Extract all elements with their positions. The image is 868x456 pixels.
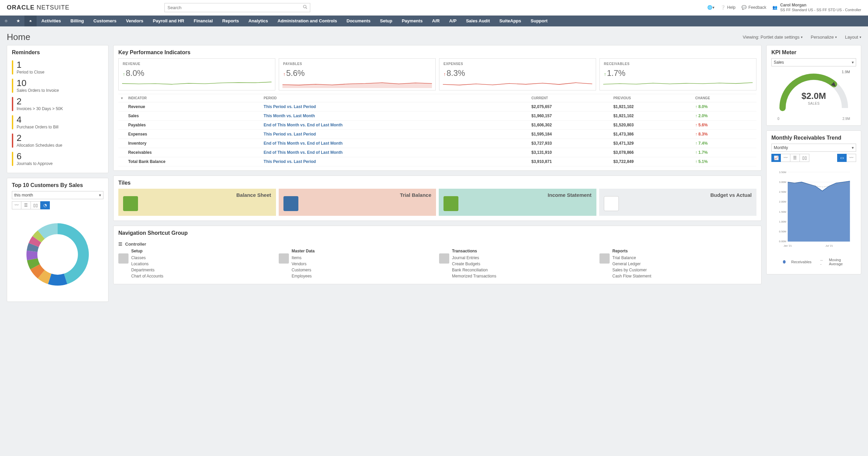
legend-receivables: Receivables [791,260,811,264]
reminder-item[interactable]: 2Allocation Schedules due [12,131,103,150]
globe-icon[interactable]: 🌐▾ [707,5,714,10]
nav-vendors[interactable]: Vendors [121,16,148,26]
shortcut-link[interactable]: General Ledger [612,261,651,267]
shortcut-link[interactable]: Chart of Accounts [131,273,163,279]
reminder-item[interactable]: 6Journals to Approve [12,150,103,168]
feedback-link[interactable]: 💬 Feedback [742,5,766,10]
gauge-label: SALES [771,102,856,105]
mview-area-icon[interactable]: 📈 [771,154,781,162]
nav-activities[interactable]: Activities [37,16,66,26]
gauge-min: 0 [777,117,780,121]
shortcut-link[interactable]: Bank Reconciliation [452,267,496,273]
nav-financial[interactable]: Financial [189,16,217,26]
viewing-option[interactable]: Viewing: Portlet date settings▾ [743,35,803,40]
shortcut-column: SetupClassesLocationsDepartmentsChart of… [118,249,275,279]
view-pie-icon[interactable]: ◔ [40,201,50,209]
nav-payroll[interactable]: Payroll and HR [148,16,189,26]
view-bar-icon[interactable]: ▯▯ [31,201,40,209]
mscale-icon-a[interactable]: ▭ [837,154,847,162]
nav-recent-icon[interactable] [0,16,12,26]
nav-admin[interactable]: Administration and Controls [273,16,342,26]
tile-balance-sheet[interactable]: Balance Sheet [118,189,276,216]
shortcut-link[interactable]: Locations [131,261,163,267]
nav-suiteapps[interactable]: SuiteApps [495,16,526,26]
tile-budget-vs-actual[interactable]: Budget vs Actual [599,189,757,216]
reminder-item[interactable]: 10Sales Orders to Invoice [12,77,103,95]
reminder-item[interactable]: 1Period to Close [12,58,103,77]
svg-point-0 [303,5,306,8]
shortcut-link[interactable]: Employees [292,273,315,279]
shortcut-link[interactable]: Trial Balance [612,255,651,261]
monthly-period-select[interactable]: Monthly [771,144,856,152]
mview-bar-icon[interactable]: ▯▯ [800,154,809,162]
nav-sales-audit[interactable]: Sales Audit [461,16,494,26]
nav-billing[interactable]: Billing [66,16,89,26]
nav-customers[interactable]: Customers [89,16,121,26]
search-icon[interactable] [303,5,308,11]
logo-netsuite: NETSUITE [37,4,70,11]
kpi-card[interactable]: PAYABLES ↑5.6% [279,58,436,90]
kpi-card[interactable]: EXPENSES ↑8.3% [439,58,596,90]
kpi-row[interactable]: InventoryEnd of This Month vs. End of La… [118,139,756,148]
shortcut-link[interactable]: Memorized Transactions [452,273,496,279]
shortcut-link[interactable]: Departments [131,267,163,273]
feedback-icon: 💬 [742,5,747,10]
kpi-row[interactable]: Total Bank BalanceThis Period vs. Last P… [118,157,756,166]
shortcut-link[interactable]: Vendors [292,261,315,267]
view-list-icon[interactable]: ☰ [21,201,31,209]
svg-text:3.00M: 3.00M [779,181,786,184]
top-customers-title: Top 10 Customers By Sales [7,178,108,191]
shortcut-link[interactable]: Cash Flow Statement [612,273,651,279]
shortcut-portlet: Navigation Shortcut Group ☰ Controller S… [113,226,762,284]
income-statement-icon [443,196,458,211]
nav-documents[interactable]: Documents [342,16,375,26]
svg-text:1.00M: 1.00M [779,220,786,223]
user-menu[interactable]: 👥 Carol Morgan SS FF Standard US - SS FF… [772,3,861,13]
shortcut-link[interactable]: Create Budgets [452,261,496,267]
nav-reports[interactable]: Reports [218,16,244,26]
top-customers-period-select[interactable]: this month [12,191,103,199]
reminder-item[interactable]: 4Purchase Orders to Bill [12,113,103,131]
nav-support[interactable]: Support [526,16,552,26]
kpi-row[interactable]: RevenueThis Period vs. Last Period$2,075… [118,102,756,111]
kpi-row[interactable]: SalesThis Month vs. Last Month$1,960,157… [118,111,756,120]
search-input[interactable] [164,3,310,12]
help-link[interactable]: ❔ Help [721,5,736,10]
shortcut-link[interactable]: Items [292,255,315,261]
tile-trial-balance[interactable]: Trial Balance [279,189,436,216]
reminder-item[interactable]: 2Invoices > 30 Days > 50K [12,95,103,113]
nav-ar[interactable]: A/R [427,16,444,26]
hamburger-icon[interactable]: ☰ [118,242,122,247]
kpi-meter-select[interactable]: Sales [771,58,856,66]
kpi-row[interactable]: ReceivablesEnd of This Month vs. End of … [118,148,756,157]
nav-star-icon[interactable]: ★ [12,16,24,26]
top-customers-portlet: Top 10 Customers By Sales this month 〰 ☰… [7,178,108,302]
mview-line-icon[interactable]: 〰 [781,154,790,162]
kpi-expand-col[interactable]: ▾ [118,94,125,102]
shortcut-group-icon [439,253,449,264]
user-role: SS FF Standard US - SS FF STD US - Contr… [780,8,861,13]
nav-ap[interactable]: A/P [445,16,461,26]
mscale-icon-b[interactable]: 〰 [847,154,856,162]
monthly-title: Monthly Receivables Trend [767,131,861,144]
mview-list-icon[interactable]: ☰ [790,154,800,162]
kpi-meter-portlet: KPI Meter Sales 1.9M $2.0M SALES 0 2.9M [766,45,861,126]
nav-analytics[interactable]: Analytics [244,16,273,26]
kpi-portlet: Key Performance Indicators REVENUE ↑8.0%… [113,45,762,171]
shortcut-link[interactable]: Sales by Customer [612,267,651,273]
kpi-col-previous: PREVIOUS [611,94,693,102]
tile-income-statement[interactable]: Income Statement [439,189,596,216]
nav-setup[interactable]: Setup [375,16,397,26]
kpi-card[interactable]: RECEIVABLES ↑1.7% [599,58,756,90]
kpi-row[interactable]: PayablesEnd of This Month vs. End of Las… [118,120,756,129]
view-line-icon[interactable]: 〰 [12,201,21,209]
shortcut-link[interactable]: Classes [131,255,163,261]
nav-payments[interactable]: Payments [397,16,427,26]
shortcut-link[interactable]: Journal Entries [452,255,496,261]
kpi-row[interactable]: ExpensesThis Period vs. Last Period$1,59… [118,129,756,139]
shortcut-link[interactable]: Customers [292,267,315,273]
layout-option[interactable]: Layout▾ [845,35,861,40]
personalize-option[interactable]: Personalize▾ [811,35,837,40]
nav-home-icon[interactable] [24,16,37,26]
kpi-card[interactable]: REVENUE ↑8.0% [118,58,275,90]
